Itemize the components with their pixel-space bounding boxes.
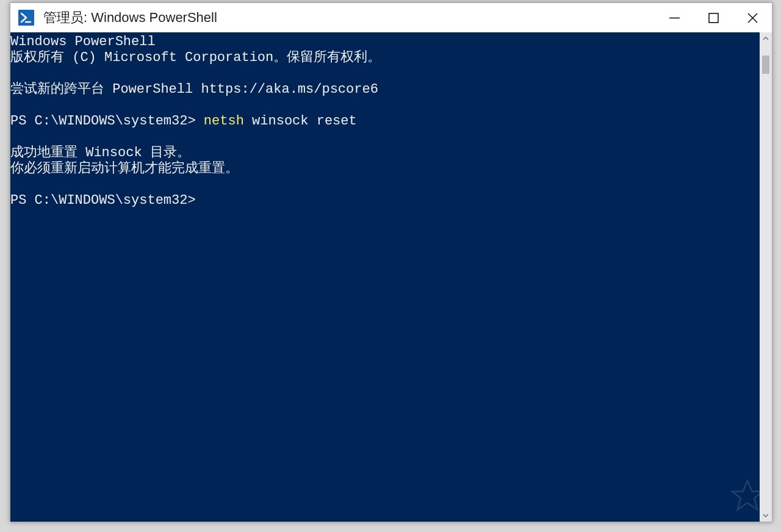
vertical-scrollbar[interactable] xyxy=(760,32,772,522)
prompt-1: PS C:\WINDOWS\system32> xyxy=(10,113,204,129)
chevron-down-icon xyxy=(762,512,769,519)
console-wrap: Windows PowerShell 版权所有 (C) Microsoft Co… xyxy=(10,32,772,522)
banner-copyright: 版权所有 (C) Microsoft Corporation。保留所有权利。 xyxy=(10,50,381,65)
maximize-button[interactable] xyxy=(694,3,733,32)
banner-title: Windows PowerShell xyxy=(10,34,156,49)
window-title: 管理员: Windows PowerShell xyxy=(43,9,217,27)
scroll-thumb[interactable] xyxy=(762,56,769,74)
close-button[interactable] xyxy=(733,3,772,32)
minimize-button[interactable] xyxy=(655,3,694,32)
close-icon xyxy=(747,12,758,24)
powershell-icon xyxy=(15,7,37,29)
result-line-1: 成功地重置 Winsock 目录。 xyxy=(10,145,190,160)
command-rest: winsock reset xyxy=(244,113,357,129)
scroll-up-button[interactable] xyxy=(760,32,772,45)
command-highlight: netsh xyxy=(204,113,244,129)
maximize-icon xyxy=(708,12,719,24)
result-line-2: 你必须重新启动计算机才能完成重置。 xyxy=(10,161,239,176)
minimize-icon xyxy=(669,12,680,24)
prompt-2: PS C:\WINDOWS\system32> xyxy=(10,193,196,208)
chevron-up-icon xyxy=(762,35,769,42)
svg-rect-3 xyxy=(709,13,718,23)
titlebar[interactable]: 管理员: Windows PowerShell xyxy=(10,3,772,32)
banner-try: 尝试新的跨平台 PowerShell https://aka.ms/pscore… xyxy=(10,82,378,97)
powershell-window: 管理员: Windows PowerShell Windows PowerShe… xyxy=(10,2,772,522)
scroll-track[interactable] xyxy=(760,45,772,509)
scroll-down-button[interactable] xyxy=(760,509,772,522)
console-output[interactable]: Windows PowerShell 版权所有 (C) Microsoft Co… xyxy=(10,32,760,522)
